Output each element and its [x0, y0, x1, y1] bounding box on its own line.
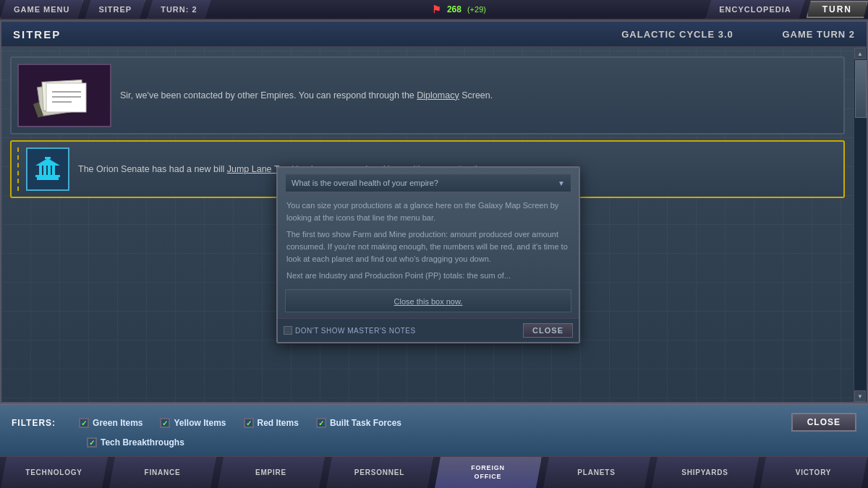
diplomacy-card: Sir, we've been contacted by other Empir…: [10, 56, 845, 134]
nav-encyclopedia[interactable]: ENCYCLOPEDIA: [705, 0, 804, 19]
popup-question-bar: What is the overall health of your empir…: [285, 174, 571, 192]
nav-finance[interactable]: FINANCE: [109, 457, 216, 488]
filter-green[interactable]: Green Items: [79, 418, 142, 428]
scroll-up-arrow[interactable]: ▲: [854, 48, 866, 59]
popup-para-1: You can size your productions at a glanc…: [286, 200, 570, 224]
letters-icon: [32, 70, 97, 121]
score-value: 268: [447, 4, 461, 14]
sitrep-subtitle: GALACTIC CYCLE 3.0 GAME TURN 2: [621, 29, 855, 40]
svg-rect-14: [45, 157, 51, 159]
svg-marker-13: [35, 158, 60, 166]
filter-yellow[interactable]: Yellow Items: [160, 418, 226, 428]
nav-shipyards[interactable]: SHIPYARDS: [652, 457, 759, 488]
filters-row-2: Tech Breakthroughs: [12, 437, 856, 448]
main-area: SITREP GALACTIC CYCLE 3.0 GAME TURN 2: [0, 20, 868, 403]
svg-rect-11: [48, 166, 51, 175]
filter-built-task-forces-label: Built Task Forces: [330, 418, 401, 428]
popup-question-text: What is the overall health of your empir…: [292, 179, 438, 187]
nav-victory[interactable]: VICTORY: [760, 457, 867, 488]
bottom-nav: TECHNOLOGY FINANCE EMPIRE PERSONNEL FORE…: [0, 455, 868, 488]
svg-rect-8: [35, 175, 60, 177]
popup-checkbox-area: DON'T SHOW MASTER'S NOTES: [284, 326, 416, 335]
filter-yellow-checkbox[interactable]: [160, 418, 170, 428]
nav-planets[interactable]: PLANETS: [543, 457, 650, 488]
senate-building-icon: [33, 155, 62, 184]
scrollbar-track: ▲ ▼: [854, 48, 867, 402]
diplomacy-card-text: Sir, we've been contacted by other Empir…: [120, 89, 838, 103]
popup-body: You can size your productions at a glanc…: [285, 197, 571, 285]
filter-red-label: Red Items: [258, 418, 299, 428]
popup-close-button[interactable]: CLOSE: [523, 323, 573, 338]
filter-built-task-forces[interactable]: Built Task Forces: [316, 418, 401, 428]
svg-rect-10: [43, 166, 46, 175]
dont-show-label: DON'T SHOW MASTER'S NOTES: [295, 327, 416, 335]
scroll-down-arrow[interactable]: ▼: [854, 390, 866, 402]
close-button[interactable]: CLOSE: [791, 413, 856, 432]
filter-red[interactable]: Red Items: [244, 418, 299, 428]
nav-empire[interactable]: EMPIRE: [218, 457, 325, 488]
top-nav: GAME MENU SITREP TURN: 2 ⚑ 268 (+29) ENC…: [0, 0, 868, 20]
filters-label: FILTERS:: [12, 418, 56, 428]
nav-foreign-office[interactable]: FOREIGNOFFICE: [435, 457, 542, 488]
filters-row-1: FILTERS: Green Items Yellow Items Red It…: [12, 413, 856, 433]
svg-rect-2: [46, 83, 86, 112]
popup-overlay: What is the overall health of your empir…: [276, 166, 580, 343]
sitrep-header: SITREP GALACTIC CYCLE 3.0 GAME TURN 2: [1, 22, 867, 48]
nav-personnel[interactable]: PERSONNEL: [326, 457, 433, 488]
filter-tech-checkbox[interactable]: [87, 437, 97, 448]
popup-close-link[interactable]: Close this box now.: [394, 297, 463, 306]
filter-green-checkbox[interactable]: [79, 418, 89, 428]
svg-rect-12: [52, 166, 55, 175]
sitrep-title: SITREP: [13, 28, 61, 40]
score-delta: (+29): [467, 5, 486, 14]
filter-built-task-forces-checkbox[interactable]: [316, 418, 326, 428]
flag-icon: ⚑: [432, 4, 441, 15]
nav-technology[interactable]: TECHNOLOGY: [1, 457, 108, 488]
yellow-border-accent: [17, 147, 20, 191]
filter-yellow-label: Yellow Items: [174, 418, 226, 428]
diplomacy-card-image: [17, 64, 111, 127]
diplomacy-link[interactable]: Diplomacy: [417, 90, 459, 100]
filters-bar: FILTERS: Green Items Yellow Items Red It…: [0, 403, 868, 455]
galactic-cycle: GALACTIC CYCLE 3.0: [621, 29, 733, 40]
nav-turn: TURN: 2: [147, 0, 210, 19]
popup-para-3: Next are Industry and Production Point (…: [286, 270, 570, 282]
popup-footer: DON'T SHOW MASTER'S NOTES CLOSE: [278, 318, 579, 342]
turn-button[interactable]: TURN: [807, 1, 868, 18]
nav-center: ⚑ 268 (+29): [213, 4, 706, 15]
popup-scroll-btn[interactable]: ▼: [558, 179, 565, 187]
nav-sitrep[interactable]: SITREP: [85, 0, 145, 19]
nav-game-menu[interactable]: GAME MENU: [0, 0, 83, 19]
popup-para-2: The first two show Farm and Mine product…: [286, 228, 570, 265]
popup-inner: What is the overall health of your empir…: [278, 168, 579, 318]
filter-tech-label: Tech Breakthroughs: [101, 437, 184, 448]
senate-icon-box: [26, 147, 69, 191]
popup-close-bar: Close this box now.: [285, 289, 571, 312]
filter-green-label: Green Items: [93, 418, 142, 428]
filter-tech[interactable]: Tech Breakthroughs: [87, 437, 184, 448]
scrollbar-thumb[interactable]: [855, 60, 867, 118]
svg-rect-9: [39, 166, 42, 175]
game-turn: GAME TURN 2: [782, 29, 855, 40]
dont-show-checkbox[interactable]: [284, 326, 292, 335]
filter-red-checkbox[interactable]: [244, 418, 254, 428]
